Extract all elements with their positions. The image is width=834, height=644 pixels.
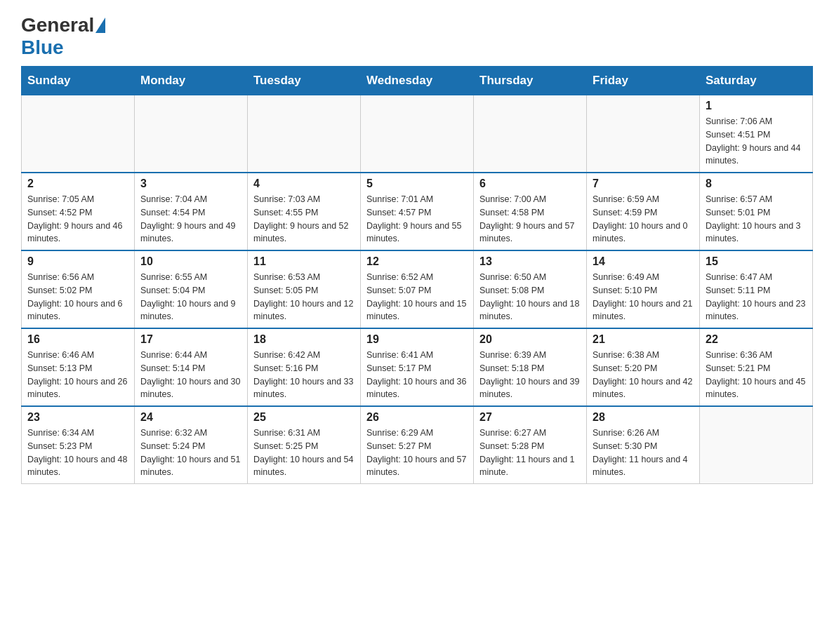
table-row: 12Sunrise: 6:52 AM Sunset: 5:07 PM Dayli… [361,250,474,328]
day-number: 3 [140,177,241,190]
day-number: 20 [479,333,581,346]
day-number: 23 [27,411,128,424]
day-info: Sunrise: 7:01 AM Sunset: 4:57 PM Dayligh… [366,193,468,246]
table-row: 10Sunrise: 6:55 AM Sunset: 5:04 PM Dayli… [135,250,248,328]
day-number: 14 [593,255,694,268]
table-row [22,95,135,173]
logo-triangle-icon [95,18,105,33]
logo-general-text: General [21,14,94,36]
table-row [361,95,474,173]
table-row: 28Sunrise: 6:26 AM Sunset: 5:30 PM Dayli… [587,406,700,484]
page-header: General Blue [21,14,813,59]
table-row: 4Sunrise: 7:03 AM Sunset: 4:55 PM Daylig… [248,173,361,250]
day-number: 12 [366,255,468,268]
day-info: Sunrise: 6:52 AM Sunset: 5:07 PM Dayligh… [366,271,468,323]
day-info: Sunrise: 6:44 AM Sunset: 5:14 PM Dayligh… [140,349,241,401]
day-info: Sunrise: 6:53 AM Sunset: 5:05 PM Dayligh… [253,271,355,323]
table-row: 19Sunrise: 6:41 AM Sunset: 5:17 PM Dayli… [361,328,474,406]
day-number: 5 [366,177,468,190]
table-row: 17Sunrise: 6:44 AM Sunset: 5:14 PM Dayli… [135,328,248,406]
table-row: 25Sunrise: 6:31 AM Sunset: 5:25 PM Dayli… [248,406,361,484]
day-number: 11 [253,255,355,268]
calendar-table: Sunday Monday Tuesday Wednesday Thursday… [21,66,813,484]
day-number: 19 [366,333,468,346]
day-info: Sunrise: 6:55 AM Sunset: 5:04 PM Dayligh… [140,271,241,323]
table-row: 5Sunrise: 7:01 AM Sunset: 4:57 PM Daylig… [361,173,474,250]
day-info: Sunrise: 6:34 AM Sunset: 5:23 PM Dayligh… [27,427,128,479]
day-number: 17 [140,333,241,346]
table-row: 21Sunrise: 6:38 AM Sunset: 5:20 PM Dayli… [587,328,700,406]
table-row: 1Sunrise: 7:06 AM Sunset: 4:51 PM Daylig… [700,95,813,173]
day-info: Sunrise: 6:26 AM Sunset: 5:30 PM Dayligh… [593,427,694,479]
header-friday: Friday [587,67,700,95]
day-info: Sunrise: 6:32 AM Sunset: 5:24 PM Dayligh… [140,427,241,479]
day-info: Sunrise: 6:41 AM Sunset: 5:17 PM Dayligh… [366,349,468,401]
calendar-week-row: 1Sunrise: 7:06 AM Sunset: 4:51 PM Daylig… [22,95,813,173]
day-info: Sunrise: 7:00 AM Sunset: 4:58 PM Dayligh… [479,193,581,246]
table-row [474,95,587,173]
day-info: Sunrise: 6:49 AM Sunset: 5:10 PM Dayligh… [593,271,694,323]
table-row: 27Sunrise: 6:27 AM Sunset: 5:28 PM Dayli… [474,406,587,484]
day-info: Sunrise: 6:56 AM Sunset: 5:02 PM Dayligh… [27,271,128,323]
day-number: 8 [706,177,807,190]
day-info: Sunrise: 7:04 AM Sunset: 4:54 PM Dayligh… [140,193,241,246]
table-row: 14Sunrise: 6:49 AM Sunset: 5:10 PM Dayli… [587,250,700,328]
day-number: 28 [593,411,694,424]
day-number: 2 [27,177,128,190]
table-row: 20Sunrise: 6:39 AM Sunset: 5:18 PM Dayli… [474,328,587,406]
day-info: Sunrise: 6:42 AM Sunset: 5:16 PM Dayligh… [253,349,355,401]
day-number: 25 [253,411,355,424]
logo: General Blue [21,14,107,59]
table-row: 15Sunrise: 6:47 AM Sunset: 5:11 PM Dayli… [700,250,813,328]
day-info: Sunrise: 6:36 AM Sunset: 5:21 PM Dayligh… [706,349,807,401]
table-row [248,95,361,173]
day-info: Sunrise: 6:57 AM Sunset: 5:01 PM Dayligh… [706,193,807,246]
table-row [587,95,700,173]
day-number: 4 [253,177,355,190]
table-row: 3Sunrise: 7:04 AM Sunset: 4:54 PM Daylig… [135,173,248,250]
day-number: 7 [593,177,694,190]
day-number: 10 [140,255,241,268]
header-saturday: Saturday [700,67,813,95]
table-row: 16Sunrise: 6:46 AM Sunset: 5:13 PM Dayli… [22,328,135,406]
logo-blue-text: Blue [21,36,64,58]
day-info: Sunrise: 6:29 AM Sunset: 5:27 PM Dayligh… [366,427,468,479]
day-number: 13 [479,255,581,268]
day-number: 27 [479,411,581,424]
day-info: Sunrise: 7:06 AM Sunset: 4:51 PM Dayligh… [706,115,807,168]
day-info: Sunrise: 6:59 AM Sunset: 4:59 PM Dayligh… [593,193,694,246]
day-number: 21 [593,333,694,346]
header-thursday: Thursday [474,67,587,95]
weekday-header-row: Sunday Monday Tuesday Wednesday Thursday… [22,67,813,95]
calendar-week-row: 9Sunrise: 6:56 AM Sunset: 5:02 PM Daylig… [22,250,813,328]
day-number: 26 [366,411,468,424]
header-tuesday: Tuesday [248,67,361,95]
day-info: Sunrise: 6:39 AM Sunset: 5:18 PM Dayligh… [479,349,581,401]
day-number: 16 [27,333,128,346]
table-row: 2Sunrise: 7:05 AM Sunset: 4:52 PM Daylig… [22,173,135,250]
day-number: 18 [253,333,355,346]
table-row: 18Sunrise: 6:42 AM Sunset: 5:16 PM Dayli… [248,328,361,406]
header-monday: Monday [135,67,248,95]
table-row: 9Sunrise: 6:56 AM Sunset: 5:02 PM Daylig… [22,250,135,328]
day-info: Sunrise: 6:46 AM Sunset: 5:13 PM Dayligh… [27,349,128,401]
table-row: 26Sunrise: 6:29 AM Sunset: 5:27 PM Dayli… [361,406,474,484]
day-number: 1 [706,100,807,112]
table-row: 13Sunrise: 6:50 AM Sunset: 5:08 PM Dayli… [474,250,587,328]
day-number: 15 [706,255,807,268]
day-info: Sunrise: 6:31 AM Sunset: 5:25 PM Dayligh… [253,427,355,479]
day-number: 9 [27,255,128,268]
table-row: 22Sunrise: 6:36 AM Sunset: 5:21 PM Dayli… [700,328,813,406]
day-number: 22 [706,333,807,346]
calendar-week-row: 2Sunrise: 7:05 AM Sunset: 4:52 PM Daylig… [22,173,813,250]
table-row [700,406,813,484]
header-sunday: Sunday [22,67,135,95]
table-row: 8Sunrise: 6:57 AM Sunset: 5:01 PM Daylig… [700,173,813,250]
header-wednesday: Wednesday [361,67,474,95]
calendar-week-row: 16Sunrise: 6:46 AM Sunset: 5:13 PM Dayli… [22,328,813,406]
table-row: 11Sunrise: 6:53 AM Sunset: 5:05 PM Dayli… [248,250,361,328]
calendar-week-row: 23Sunrise: 6:34 AM Sunset: 5:23 PM Dayli… [22,406,813,484]
table-row: 23Sunrise: 6:34 AM Sunset: 5:23 PM Dayli… [22,406,135,484]
day-number: 6 [479,177,581,190]
table-row: 7Sunrise: 6:59 AM Sunset: 4:59 PM Daylig… [587,173,700,250]
